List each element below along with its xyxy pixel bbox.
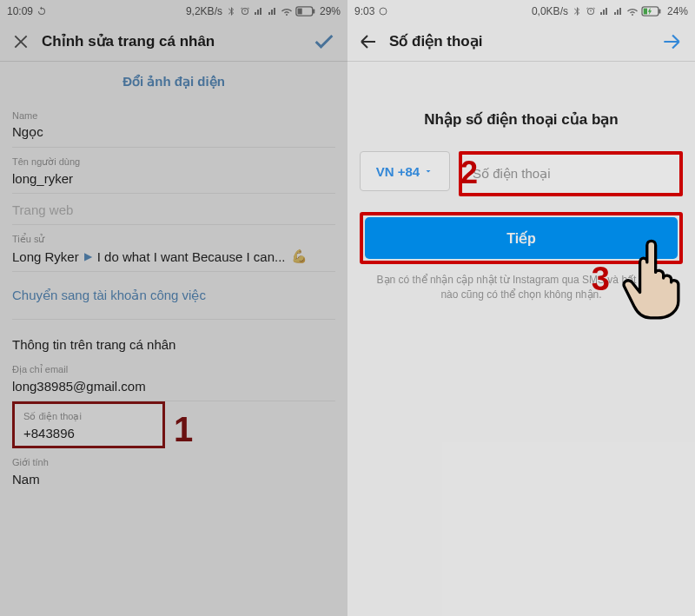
svg-rect-2 xyxy=(298,8,302,14)
svg-point-3 xyxy=(380,8,387,15)
change-photo-link[interactable]: Đổi ảnh đại diện xyxy=(0,62,348,102)
status-bar: 10:09 9,2KB/s 29% xyxy=(0,0,348,22)
switch-business-link[interactable]: Chuyển sang tài khoản công việc xyxy=(12,272,335,320)
field-gender[interactable]: Giới tính Nam xyxy=(12,448,335,493)
bio-name: Long Ryker xyxy=(12,249,79,264)
signal-icon xyxy=(254,6,264,17)
signal-icon xyxy=(599,6,610,17)
signal2-icon xyxy=(613,6,624,17)
annotation-badge-2: 2 xyxy=(460,155,478,191)
section-profile-info: Thông tin trên trang cá nhân xyxy=(12,320,335,355)
header-bar: Chỉnh sửa trang cá nhân xyxy=(0,22,348,62)
gender-label: Giới tính xyxy=(12,457,335,468)
next-button-highlight: Tiếp xyxy=(360,212,683,264)
name-value: Ngọc xyxy=(12,124,335,140)
status-bar-right: 9:03 0,0KB/s 24% xyxy=(348,0,695,22)
battery-icon xyxy=(295,6,316,17)
gender-value: Nam xyxy=(12,472,335,487)
header-bar-right: Số điện thoại xyxy=(348,22,695,62)
bluetooth-icon xyxy=(226,6,236,17)
bio-text: I do what I want Because I can... xyxy=(97,249,286,264)
sync-icon xyxy=(36,6,47,17)
enter-phone-heading: Nhập số điện thoại của bạn xyxy=(360,110,683,129)
country-select[interactable]: VN +84 xyxy=(360,151,450,191)
wifi-icon xyxy=(281,6,292,17)
alarm-icon xyxy=(240,6,250,17)
svg-rect-6 xyxy=(644,8,647,14)
field-name[interactable]: Name Ngọc xyxy=(12,102,335,148)
name-label: Name xyxy=(12,110,335,121)
phone-placeholder: Số điện thoại xyxy=(473,166,551,182)
annotation-badge-3: 3 xyxy=(592,261,610,298)
field-email[interactable]: Địa chỉ email long38985@gmail.com xyxy=(12,355,335,401)
email-label: Địa chỉ email xyxy=(12,364,335,375)
page-title: Chỉnh sửa trang cá nhân xyxy=(33,32,309,50)
back-icon[interactable] xyxy=(356,31,381,52)
svg-rect-1 xyxy=(313,9,315,13)
bio-label: Tiểu sử xyxy=(12,234,335,245)
status-time: 10:09 xyxy=(7,5,33,17)
status-rate: 9,2KB/s xyxy=(186,5,222,17)
alarm-icon xyxy=(586,6,596,17)
username-label: Tên người dùng xyxy=(12,156,335,168)
play-icon: ▶ xyxy=(84,250,92,262)
phone-value: +843896 xyxy=(23,426,154,440)
field-username[interactable]: Tên người dùng long_ryker xyxy=(12,148,335,194)
field-website[interactable]: Trang web xyxy=(12,194,335,225)
status-battery-r: 24% xyxy=(667,5,688,17)
close-icon[interactable] xyxy=(9,33,33,50)
phone-input[interactable]: Số điện thoại xyxy=(459,151,683,196)
sms-helper-text: Bạn có thể nhận cập nhật từ Instagram qu… xyxy=(360,273,683,303)
email-value: long38985@gmail.com xyxy=(12,379,335,394)
wifi-icon xyxy=(627,6,638,17)
next-button[interactable]: Tiếp xyxy=(365,217,678,259)
status-rate-r: 0,0KB/s xyxy=(532,5,568,17)
svg-rect-5 xyxy=(659,9,661,13)
forward-icon[interactable] xyxy=(657,30,686,53)
page-title-right: Số điện thoại xyxy=(381,32,657,50)
signal2-icon xyxy=(268,6,278,17)
chevron-down-icon xyxy=(423,166,434,176)
website-placeholder: Trang web xyxy=(12,202,335,217)
battery-charging-icon xyxy=(641,6,664,17)
status-time-r: 9:03 xyxy=(354,5,374,17)
status-battery: 29% xyxy=(320,5,341,17)
username-value: long_ryker xyxy=(12,171,335,186)
field-phone[interactable]: Số điện thoại +843896 xyxy=(12,401,165,448)
annotation-badge-1: 1 xyxy=(174,410,193,449)
country-label: VN +84 xyxy=(376,164,420,179)
bluetooth-icon xyxy=(572,6,582,17)
confirm-icon[interactable] xyxy=(309,30,339,54)
muscle-icon: 💪 xyxy=(291,248,308,264)
circle-icon xyxy=(378,6,388,17)
phone-label: Số điện thoại xyxy=(23,411,154,422)
field-bio[interactable]: Tiểu sử Long Ryker ▶ I do what I want Be… xyxy=(12,225,335,272)
